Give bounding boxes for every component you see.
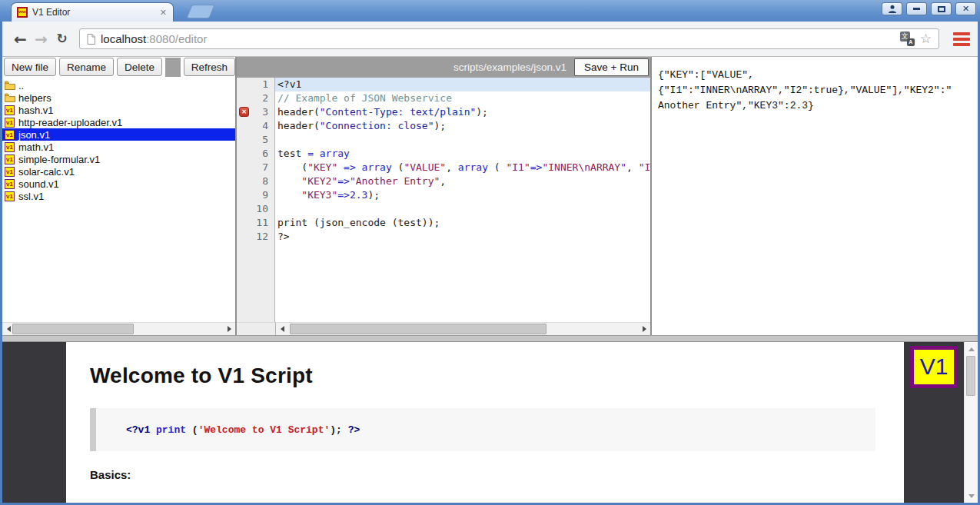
v1-file-icon: v1 [5,130,15,140]
scroll-down-arrow-icon[interactable] [965,490,978,502]
file-list-item[interactable]: v1math.v1 [2,141,235,153]
line-number: 1 [237,78,274,91]
line-number: 2 [237,91,274,105]
preview-content: Welcome to V1 Script <?v1 print ('Welcom… [66,342,902,503]
forward-button[interactable]: → [31,32,51,47]
editor-file-path: scripts/examples/json.v1 [453,61,566,73]
bookmark-star-icon[interactable]: ☆ [920,32,932,45]
line-number: 3✕ [237,105,274,119]
translate-icon[interactable]: 文A [900,32,915,46]
line-number: 7 [237,161,274,174]
minimize-icon [913,8,920,10]
maximize-icon [938,6,945,12]
line-number: 12 [237,230,274,244]
delete-button[interactable]: Delete [117,58,162,76]
browser-tab[interactable]: ww V1 Editor ✕ [11,2,174,22]
file-list-item[interactable]: helpers [2,91,235,104]
file-list-item[interactable]: v1sound.v1 [2,178,235,190]
scroll-right-arrow-icon[interactable] [223,323,235,335]
file-name: helpers [18,92,51,104]
file-list-item[interactable]: v1http-reader-uploader.v1 [2,116,235,128]
v1-file-icon: v1 [5,154,15,164]
line-number: 11 [237,216,274,230]
code-line[interactable] [277,133,650,147]
browser-window: ww V1 Editor ✕ ✕ ← → ↻ localhost:8080/ed… [0,0,980,505]
refresh-button[interactable]: Refresh [184,58,235,76]
close-button[interactable]: ✕ [955,2,976,15]
file-toolbar: New file Rename Delete Refresh [2,57,235,78]
scroll-up-arrow-icon[interactable] [965,343,978,355]
page-icon [87,34,95,45]
editor-top-section: New file Rename Delete Refresh ..helpers… [2,57,978,335]
code-area[interactable]: <?v1// Example of JSON Webserviceheader(… [275,78,650,322]
file-name: hash.v1 [18,105,54,116]
reload-icon: ↻ [56,31,67,46]
file-name: .. [18,80,24,91]
code-line[interactable]: ?> [277,230,650,244]
editor-horizontal-scrollbar[interactable] [276,322,650,335]
code-line[interactable]: ("KEY" => array ("VALUE", array ( "I1"=>… [277,161,650,174]
new-file-button[interactable]: New file [4,58,56,76]
file-list-item[interactable]: v1solar-calc.v1 [2,165,235,178]
file-name: http-reader-uploader.v1 [18,117,122,128]
file-name: ssl.v1 [18,191,44,202]
folder-icon [5,93,15,103]
code-line[interactable]: // Example of JSON Webservice [277,91,650,105]
code-line[interactable]: header("Content-Type: text/plain"); [277,105,650,119]
tab-title: V1 Editor [32,7,159,18]
minimize-button[interactable] [906,2,927,15]
v1-favicon-icon: ww [17,7,28,18]
tab-close-icon[interactable]: ✕ [159,7,168,18]
maximize-button[interactable] [931,2,952,15]
browser-toolbar: ← → ↻ localhost:8080/editor 文A ☆ [2,22,978,57]
v1-file-icon: v1 [5,167,15,177]
file-list-item[interactable]: v1hash.v1 [2,104,235,116]
code-line[interactable]: "KEY3"=>2.3); [277,188,650,202]
scrollbar-thumb[interactable] [12,324,134,334]
scroll-left-arrow-icon[interactable] [276,323,288,335]
person-icon [888,5,897,13]
preview-code: <?v1 print ('Welcome to V1 Script'); ?> [90,408,875,436]
line-number: 5 [237,133,274,147]
preview-right-strip: V1 [904,342,964,503]
profile-button[interactable] [882,2,902,15]
code-line[interactable]: test = array [277,147,650,161]
url-host: localhost [101,32,146,45]
hamburger-bar [953,43,970,46]
scroll-right-arrow-icon[interactable] [638,323,650,335]
v1-file-icon: v1 [5,105,15,115]
toolbar-spacer [165,58,181,77]
v1-file-icon: v1 [5,191,15,201]
file-list-item[interactable]: v1ssl.v1 [2,190,235,202]
line-number: 6 [237,147,274,161]
preview-pane: Welcome to V1 Script <?v1 print ('Welcom… [2,342,978,503]
code-line[interactable]: print (json_encode (test)); [277,216,650,230]
url-path: :8080/editor [146,32,207,45]
titlebar: ww V1 Editor ✕ ✕ [0,0,980,22]
save-run-button[interactable]: Save + Run [574,58,649,76]
line-number: 9 [237,188,274,202]
reload-button[interactable]: ↻ [51,32,72,45]
address-bar[interactable]: localhost:8080/editor 文A ☆ [79,28,939,49]
file-name: solar-calc.v1 [18,166,75,178]
file-list-item[interactable]: v1simple-formular.v1 [2,153,235,165]
hamburger-bar [953,32,970,35]
scrollbar-thumb[interactable] [290,324,546,334]
pane-splitter[interactable] [2,335,978,342]
sidebar-horizontal-scrollbar[interactable] [2,322,235,335]
new-tab-button[interactable] [186,5,214,18]
file-list-item[interactable]: v1json.v1 [2,128,235,141]
preview-heading: Welcome to V1 Script [90,364,902,388]
close-icon: ✕ [962,5,969,13]
preview-vertical-scrollbar[interactable] [964,342,978,503]
rename-button[interactable]: Rename [59,58,114,76]
output-panel: {"KEY":["VALUE",{"I1":"INNER\nARRAY","I2… [652,57,978,335]
file-list-item[interactable]: .. [2,79,235,91]
code-line[interactable]: <?v1 [275,78,650,91]
browser-menu-button[interactable] [953,32,970,46]
code-line[interactable]: header("Connection: close"); [277,119,650,133]
back-button[interactable]: ← [10,32,31,47]
scrollbar-thumb[interactable] [966,356,975,396]
code-line[interactable] [277,202,650,216]
code-line[interactable]: "KEY2"=>"Another Entry", [277,174,650,188]
